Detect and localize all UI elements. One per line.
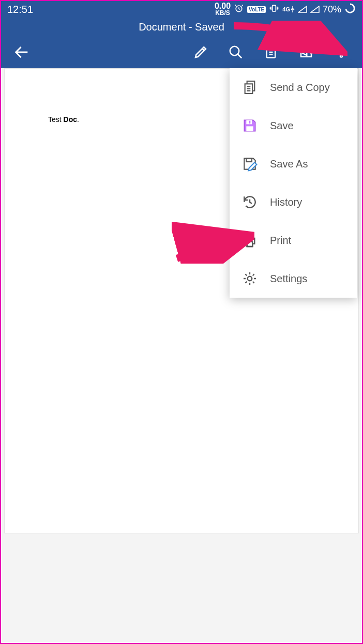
signal-triangle-1-icon	[298, 6, 307, 13]
svg-rect-12	[246, 126, 253, 131]
overflow-menu: Send a Copy Save Save As History Print S…	[230, 68, 357, 298]
menu-item-send-copy[interactable]: Send a Copy	[230, 68, 357, 106]
svg-point-7	[340, 55, 342, 57]
menu-item-settings[interactable]: Settings	[230, 259, 357, 298]
edit-button[interactable]	[185, 37, 216, 68]
svg-point-5	[340, 47, 342, 49]
menu-item-label: Send a Copy	[270, 82, 330, 94]
settings-icon	[241, 270, 259, 287]
back-button[interactable]	[6, 37, 37, 68]
menu-item-print[interactable]: Print	[230, 221, 357, 259]
svg-rect-13	[246, 158, 252, 162]
signal-triangle-2-icon	[310, 6, 320, 13]
battery-ring-icon	[344, 3, 356, 17]
more-options-button[interactable]	[326, 37, 357, 68]
search-button[interactable]	[220, 37, 251, 68]
reading-view-button[interactable]	[255, 37, 286, 68]
battery-percent: 70%	[323, 4, 341, 15]
svg-rect-1	[273, 5, 276, 11]
menu-item-label: Settings	[270, 273, 307, 285]
status-time: 12:51	[7, 4, 33, 16]
svg-rect-14	[246, 234, 253, 238]
svg-rect-11	[249, 121, 251, 124]
save-as-icon	[241, 155, 259, 173]
app-title-bar: Document - Saved	[1, 18, 362, 36]
app-toolbar	[1, 36, 362, 68]
document-body-text[interactable]: Test Doc.	[48, 115, 79, 124]
history-icon	[241, 193, 259, 211]
menu-item-label: Print	[270, 235, 291, 247]
svg-point-16	[248, 277, 252, 281]
menu-item-label: History	[270, 196, 302, 208]
send-copy-icon	[241, 79, 259, 96]
svg-rect-15	[247, 242, 253, 247]
network-indicator: 4G	[282, 6, 295, 12]
alarm-icon	[234, 3, 244, 16]
vibrate-icon	[269, 3, 279, 16]
document-title: Document - Saved	[139, 21, 224, 33]
volte-badge: VoLTE	[247, 6, 266, 13]
print-icon	[241, 232, 259, 249]
menu-item-save[interactable]: Save	[230, 106, 357, 145]
android-status-bar: 12:51 0.00 KB/S VoLTE 4G 70%	[1, 1, 362, 18]
menu-item-save-as[interactable]: Save As	[230, 145, 357, 183]
svg-point-6	[340, 51, 342, 53]
data-rate-indicator: 0.00 KB/S	[215, 3, 231, 16]
menu-item-history[interactable]: History	[230, 183, 357, 221]
menu-item-label: Save As	[270, 158, 308, 170]
svg-point-3	[230, 47, 239, 56]
share-button[interactable]	[291, 37, 322, 68]
svg-point-2	[346, 4, 355, 12]
menu-item-label: Save	[270, 120, 294, 132]
save-icon	[241, 117, 259, 134]
